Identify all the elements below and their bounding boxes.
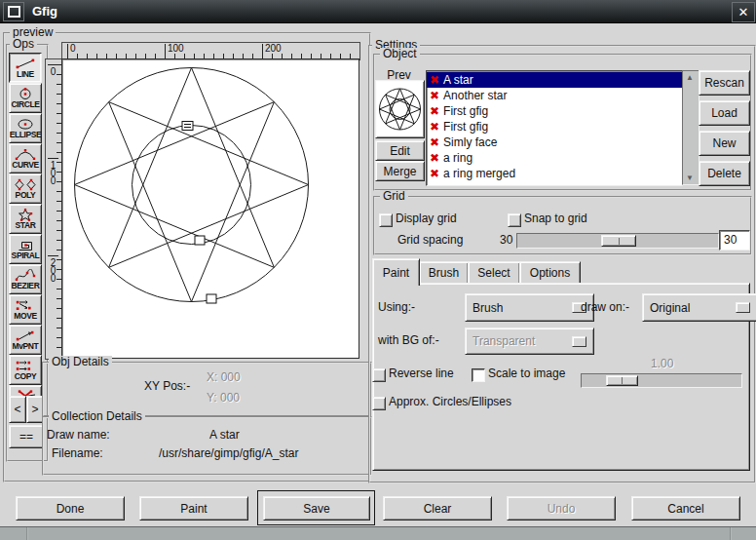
window-shade-button[interactable] xyxy=(3,2,24,21)
list-item[interactable]: ✖Another star xyxy=(427,88,682,103)
tab-select-label: Select xyxy=(477,266,510,280)
tool-spiral-button[interactable]: SPIRAL xyxy=(9,234,42,264)
grid-spacing-entry[interactable]: 30 xyxy=(719,230,750,251)
load-button[interactable]: Load xyxy=(699,100,750,126)
slider-notch xyxy=(619,238,620,245)
snap-to-grid-label: Snap to grid xyxy=(524,212,587,225)
list-item[interactable]: ✖First gfig xyxy=(427,119,682,135)
prev-object-label: < xyxy=(14,403,20,416)
tab-paint-label: Paint xyxy=(383,266,409,280)
rescan-button[interactable]: Rescan xyxy=(699,70,750,96)
draw-on-value: Original xyxy=(650,301,690,315)
grid-spacing-slider[interactable] xyxy=(516,233,719,249)
snap-to-grid-checkbox[interactable] xyxy=(508,213,521,227)
done-button[interactable]: Done xyxy=(16,496,125,521)
object-list-scrollbar[interactable]: ▲ ▼ xyxy=(682,70,699,185)
vruler-label-200: 200 xyxy=(48,255,58,281)
tool-star-button[interactable]: STAR xyxy=(9,204,42,234)
merge-button[interactable]: Merge xyxy=(375,161,425,181)
delete-x-icon: ✖ xyxy=(430,136,439,148)
list-item-label: a ring xyxy=(443,151,472,165)
hruler-label-200: 200 xyxy=(262,44,282,58)
approx-circles-checkbox[interactable] xyxy=(372,397,386,410)
option-menu-indicator-icon xyxy=(572,336,586,347)
tool-bezier-button[interactable]: BEZIER xyxy=(9,264,42,294)
paint-button[interactable]: Paint xyxy=(139,496,248,521)
clear-button[interactable]: Clear xyxy=(383,496,492,521)
bg-type-dropdown[interactable]: Transparent xyxy=(465,328,594,355)
window-title: Gfig xyxy=(32,4,57,19)
list-item-label: First gfig xyxy=(443,104,488,118)
show-all-button[interactable]: == xyxy=(9,425,44,448)
scale-factor-slider[interactable] xyxy=(581,373,742,388)
edit-button[interactable]: Edit xyxy=(375,140,425,161)
collection-details-label: Collection Details xyxy=(49,410,145,423)
cancel-label: Cancel xyxy=(667,502,703,516)
strip-divider xyxy=(26,527,28,540)
thumbnail-star-icon xyxy=(378,83,422,135)
xy-pos-label: XY Pos:- xyxy=(144,379,190,393)
approx-circles-label: Approx. Circles/Ellipses xyxy=(389,395,511,408)
tool-circle-button[interactable]: CIRCLE xyxy=(9,83,42,113)
cancel-button[interactable]: Cancel xyxy=(631,496,740,521)
draw-on-dropdown[interactable]: Original xyxy=(642,293,756,322)
list-item[interactable]: ✖a ring xyxy=(427,150,682,166)
tool-label: MvPNT xyxy=(13,342,39,351)
draw-name-value: A star xyxy=(209,428,240,442)
tab-options[interactable]: Options xyxy=(519,261,581,285)
undo-button[interactable]: Undo xyxy=(507,496,616,521)
scale-factor-value: 1.00 xyxy=(651,357,673,370)
tool-label: CURVE xyxy=(12,161,39,170)
tool-label: STAR xyxy=(16,221,36,230)
close-button[interactable]: ✕ xyxy=(732,2,755,22)
list-item-label: First gfig xyxy=(443,120,488,134)
save-button[interactable]: Save xyxy=(263,496,370,521)
titlebar[interactable]: Gfig ✕ xyxy=(0,0,756,23)
list-item-label: Another star xyxy=(443,89,507,102)
scale-to-image-checkbox[interactable] xyxy=(472,368,485,382)
delete-x-icon: ✖ xyxy=(430,168,439,179)
move-tool-icon xyxy=(14,299,37,312)
tab-brush[interactable]: Brush xyxy=(419,261,469,285)
list-item[interactable]: ✖A star xyxy=(427,72,682,88)
tab-select[interactable]: Select xyxy=(468,261,520,285)
tab-options-label: Options xyxy=(530,266,570,280)
scale-factor-slider-handle[interactable] xyxy=(606,375,638,386)
grid-spacing-slider-handle[interactable] xyxy=(601,235,636,247)
vruler-label-100: 100 xyxy=(48,158,58,183)
star-tool-icon xyxy=(14,209,37,221)
poly-tool-icon xyxy=(14,178,37,191)
grid-spacing-min: 30 xyxy=(500,233,512,247)
tool-label: CIRCLE xyxy=(11,100,39,109)
tool-label: SPIRAL xyxy=(12,251,40,260)
object-frame-label: Object xyxy=(380,48,420,60)
vruler-label-0: 0 xyxy=(48,64,58,74)
new-button[interactable]: New xyxy=(699,131,750,156)
tab-paint[interactable]: Paint xyxy=(372,258,420,286)
prev-object-button[interactable]: < xyxy=(9,396,26,423)
tool-ellipse-button[interactable]: ELLIPSE xyxy=(9,113,42,143)
tool-copy-button[interactable]: COPY xyxy=(9,355,42,385)
list-item[interactable]: ✖a ring merged xyxy=(427,166,682,181)
list-item[interactable]: ✖Simly face xyxy=(427,135,682,150)
tool-move-button[interactable]: MOVE xyxy=(9,294,42,325)
display-grid-checkbox[interactable] xyxy=(379,213,393,227)
delete-button[interactable]: Delete xyxy=(699,161,750,186)
next-object-label: > xyxy=(31,403,38,416)
brush-type-dropdown[interactable]: Brush xyxy=(465,293,594,322)
scroll-up-icon[interactable]: ▲ xyxy=(684,72,696,83)
tool-curve-button[interactable]: CURVE xyxy=(9,143,42,174)
delete-x-icon: ✖ xyxy=(430,90,439,101)
save-label: Save xyxy=(303,502,329,516)
scroll-down-icon[interactable]: ▼ xyxy=(684,173,696,183)
x-position-value: X: 000 xyxy=(207,370,241,384)
tool-mvpnt-button[interactable]: MvPNT xyxy=(9,325,42,355)
copy-tool-icon xyxy=(14,360,37,372)
tool-label: COPY xyxy=(15,372,37,381)
tool-poly-button[interactable]: POLY xyxy=(9,174,42,204)
tool-line-button[interactable]: LINE xyxy=(9,53,42,83)
reverse-line-checkbox[interactable] xyxy=(372,368,386,382)
list-item[interactable]: ✖First gfig xyxy=(427,103,682,119)
drawing-canvas[interactable] xyxy=(61,58,359,359)
hruler-label-100: 100 xyxy=(165,44,184,58)
